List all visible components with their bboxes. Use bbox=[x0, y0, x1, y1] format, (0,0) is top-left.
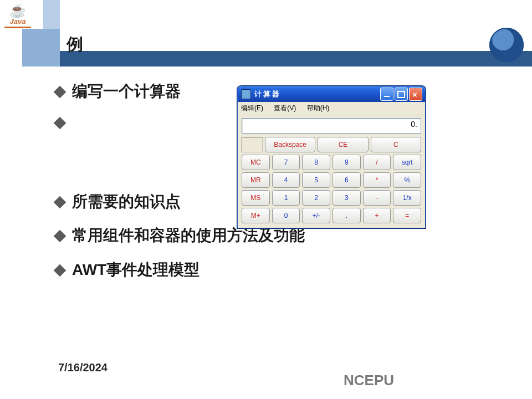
sign-button[interactable]: +/- bbox=[302, 208, 330, 223]
slide-root: ☕ Java 例 编写一个计算器 所需要的知识点 常用组件和容器的使用方法及功能… bbox=[0, 0, 532, 399]
java-logo-underline bbox=[4, 27, 31, 28]
calc-keypad: MC 7 8 9 / sqrt MR 4 5 6 * % MS 1 2 3 - … bbox=[242, 155, 421, 223]
ms-button[interactable]: MS bbox=[242, 190, 270, 206]
menu-edit-label: 编辑(E) bbox=[241, 104, 263, 112]
digit-1[interactable]: 1 bbox=[272, 190, 300, 206]
calculator-appicon bbox=[241, 89, 251, 99]
mplus-button[interactable]: M+ bbox=[242, 208, 270, 223]
decor-bar-dark bbox=[60, 51, 532, 66]
c-button[interactable]: C bbox=[371, 137, 421, 152]
plus-button[interactable]: + bbox=[363, 208, 391, 223]
menu-edit[interactable]: 编辑(E) bbox=[241, 104, 268, 112]
maximize-button[interactable] bbox=[395, 88, 408, 101]
menubar: 编辑(E) 查看(V) 帮助(H) bbox=[238, 102, 425, 115]
percent-button[interactable]: % bbox=[393, 172, 421, 188]
minus-button[interactable]: - bbox=[363, 190, 391, 206]
close-button[interactable]: × bbox=[409, 88, 422, 101]
java-logo-text: Java bbox=[10, 17, 26, 25]
slide-title: 例 bbox=[66, 33, 83, 56]
window-title: 计算器 bbox=[254, 89, 380, 99]
bullet-5-text: AWT事件处理模型 bbox=[72, 259, 200, 280]
titlebar[interactable]: 计算器 × bbox=[238, 86, 425, 102]
equals-button[interactable]: = bbox=[393, 208, 421, 223]
digit-5[interactable]: 5 bbox=[302, 172, 330, 188]
digit-6[interactable]: 6 bbox=[332, 172, 361, 188]
bullet-icon bbox=[54, 196, 66, 209]
multiply-button[interactable]: * bbox=[363, 172, 391, 188]
bullet-1-text: 编写一个计算器 bbox=[72, 80, 181, 102]
menu-view[interactable]: 查看(V) bbox=[274, 104, 300, 112]
ce-button[interactable]: CE bbox=[318, 137, 368, 152]
bullet-icon bbox=[54, 264, 66, 277]
calculator-window: 计算器 × 编辑(E) 查看(V) 帮助(H) 0. Backspace CE … bbox=[237, 86, 426, 228]
menu-view-label: 查看(V) bbox=[274, 104, 296, 112]
divide-button[interactable]: / bbox=[363, 155, 391, 170]
university-emblem bbox=[489, 28, 524, 62]
bullet-5: AWT事件处理模型 bbox=[55, 259, 510, 280]
decor-block-light bbox=[43, 0, 60, 29]
digit-0[interactable]: 0 bbox=[272, 208, 300, 223]
mc-button[interactable]: MC bbox=[242, 155, 270, 170]
digit-8[interactable]: 8 bbox=[302, 155, 330, 170]
bullet-3-text: 所需要的知识点 bbox=[72, 191, 181, 212]
bullet-icon bbox=[54, 230, 66, 243]
minimize-button[interactable] bbox=[380, 88, 393, 101]
digit-9[interactable]: 9 bbox=[332, 155, 361, 170]
bullet-icon bbox=[54, 117, 66, 130]
calc-display: 0. bbox=[242, 118, 421, 134]
titlebar-buttons: × bbox=[380, 88, 422, 101]
digit-7[interactable]: 7 bbox=[272, 155, 300, 170]
java-logo: ☕ Java bbox=[2, 2, 33, 30]
bullet-icon bbox=[54, 86, 66, 99]
digit-4[interactable]: 4 bbox=[272, 172, 300, 188]
backspace-button[interactable]: Backspace bbox=[265, 137, 315, 152]
menu-help-label: 帮助(H) bbox=[307, 104, 330, 112]
java-cup-icon: ☕ bbox=[9, 4, 26, 17]
digit-2[interactable]: 2 bbox=[302, 190, 330, 206]
footer-date: 7/16/2024 bbox=[58, 361, 108, 374]
menu-help[interactable]: 帮助(H) bbox=[307, 104, 334, 112]
reciprocal-button[interactable]: 1/x bbox=[393, 190, 421, 206]
decimal-button[interactable]: . bbox=[332, 208, 361, 223]
mr-button[interactable]: MR bbox=[242, 172, 270, 188]
digit-3[interactable]: 3 bbox=[332, 190, 361, 206]
footer-org: NCEPU bbox=[344, 372, 394, 389]
decor-block-mid bbox=[22, 29, 60, 66]
memory-indicator bbox=[242, 137, 263, 152]
calc-row-clear: Backspace CE C bbox=[242, 137, 421, 152]
sqrt-button[interactable]: sqrt bbox=[393, 155, 421, 170]
